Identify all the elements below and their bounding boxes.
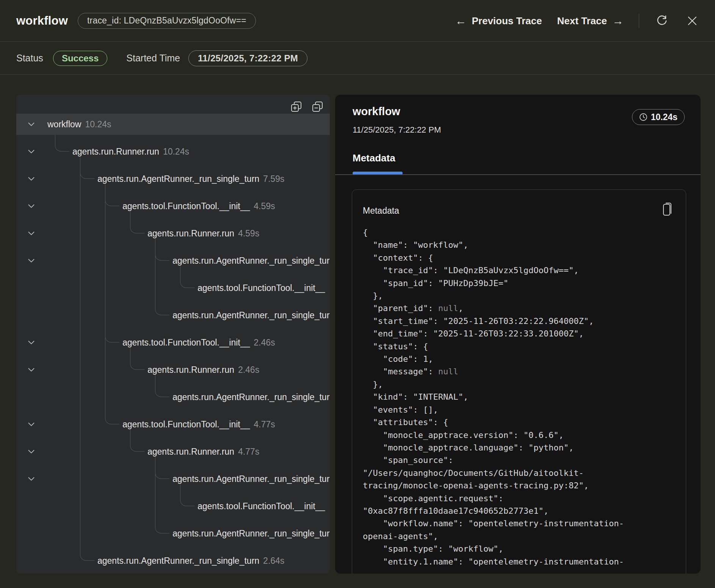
span-detail-panel: workflow 10.24s 11/25/2025, 7:22:22 PM M… xyxy=(335,95,701,574)
arrow-right-icon: → xyxy=(612,14,624,27)
refresh-icon[interactable] xyxy=(654,13,670,28)
trace-tree: workflow10.24sagents.run.Runner.run10.24… xyxy=(16,95,330,574)
span-title: workflow xyxy=(353,105,400,118)
close-icon[interactable] xyxy=(685,13,700,28)
status-label: Status xyxy=(16,53,43,64)
duration-badge: 10.24s xyxy=(632,109,685,125)
chevron-down-icon[interactable] xyxy=(28,449,36,455)
tree-row[interactable]: agents.run.Runner.run4.77s xyxy=(16,441,330,462)
span-name-label: agents.run.AgentRunner._run_single_turn xyxy=(172,256,330,266)
span-duration-label: 2.46s xyxy=(254,338,275,347)
previous-trace-button[interactable]: ← Previous Trace xyxy=(455,14,542,27)
tree-row[interactable]: agents.tool.FunctionTool.__init__2.46s xyxy=(16,332,330,353)
span-name-label: agents.tool.FunctionTool.__init__2.46s xyxy=(122,338,275,348)
tab-bar-divider xyxy=(335,174,701,175)
tree-row[interactable]: agents.run.AgentRunner._run_single_turn xyxy=(16,386,330,408)
tree-row[interactable]: agents.run.AgentRunner._run_single_turn7… xyxy=(16,168,330,189)
span-name-label: agents.run.AgentRunner._run_single_turn2… xyxy=(97,556,284,566)
metadata-card-title: Metadata xyxy=(363,206,399,216)
span-name-label: agents.run.AgentRunner._run_single_turn7… xyxy=(97,174,284,184)
copy-icon[interactable] xyxy=(660,200,675,218)
expand-all-icon[interactable] xyxy=(290,101,303,113)
collapse-all-icon[interactable] xyxy=(312,101,324,113)
page-title: workflow xyxy=(16,14,68,28)
tree-row[interactable]: agents.run.AgentRunner._run_single_turn xyxy=(16,305,330,326)
span-name-label: agents.run.AgentRunner._run_single_turn xyxy=(172,310,330,321)
chevron-down-icon[interactable] xyxy=(28,176,36,182)
chevron-down-icon[interactable] xyxy=(28,476,36,482)
tree-row[interactable]: agents.run.Runner.run2.46s xyxy=(16,359,330,380)
span-name-label: agents.run.Runner.run4.77s xyxy=(147,447,259,457)
span-duration-label: 2.46s xyxy=(238,365,259,375)
tree-row[interactable]: agents.tool.FunctionTool.__init__ xyxy=(16,496,330,517)
span-name-label: agents.tool.FunctionTool.__init__ xyxy=(198,501,325,511)
header-divider xyxy=(639,14,639,28)
span-duration-label: 10.24s xyxy=(85,119,111,129)
tree-row[interactable]: agents.tool.FunctionTool.__init__ xyxy=(16,277,330,299)
span-name-label: agents.run.AgentRunner._run_single_turn xyxy=(172,529,330,539)
metadata-card: Metadata { "name": "workflow", "context"… xyxy=(352,189,686,574)
arrow-left-icon: ← xyxy=(455,14,466,27)
tree-row[interactable]: agents.run.AgentRunner._run_single_turn2… xyxy=(16,550,330,571)
next-trace-button[interactable]: Next Trace → xyxy=(557,14,624,27)
tree-row[interactable]: agents.run.AgentRunner._run_single_turn xyxy=(16,250,330,271)
chevron-down-icon[interactable] xyxy=(28,230,36,236)
span-name-label: agents.run.Runner.run10.24s xyxy=(72,147,189,157)
span-duration-label: 2.64s xyxy=(263,556,284,566)
span-duration-label: 4.77s xyxy=(254,419,275,429)
next-trace-label: Next Trace xyxy=(557,15,607,27)
span-timestamp: 11/25/2025, 7:22:22 PM xyxy=(353,125,441,135)
chevron-down-icon[interactable] xyxy=(28,421,36,427)
status-badge: Success xyxy=(53,51,107,66)
chevron-down-icon[interactable] xyxy=(28,367,36,373)
started-time-label: Started Time xyxy=(126,53,180,64)
span-duration-label: 4.77s xyxy=(238,447,259,457)
span-name-label: agents.run.Runner.run2.46s xyxy=(147,365,259,375)
metadata-json[interactable]: { "name": "workflow", "context": { "trac… xyxy=(363,226,677,568)
tab-metadata[interactable]: Metadata xyxy=(353,152,395,164)
header: workflow trace_id: LDeQnzB5aUvzx5lgdOoOf… xyxy=(0,0,715,42)
span-name-label: agents.run.AgentRunner._run_single_turn xyxy=(172,392,330,402)
trace-id-pill: trace_id: LDeQnzB5aUvzx5lgdOoOfw== xyxy=(78,13,256,29)
started-time-pill: 11/25/2025, 7:22:22 PM xyxy=(188,50,307,66)
span-duration-label: 4.59s xyxy=(254,201,275,211)
chevron-down-icon[interactable] xyxy=(28,121,36,127)
tree-row[interactable]: agents.tool.FunctionTool.__init__4.59s xyxy=(16,195,330,217)
span-name-label: workflow10.24s xyxy=(47,119,111,130)
tree-row[interactable]: agents.run.AgentRunner._run_single_turn xyxy=(16,523,330,544)
tree-row[interactable]: agents.run.Runner.run10.24s xyxy=(16,141,330,162)
chevron-down-icon[interactable] xyxy=(28,149,36,155)
clock-icon xyxy=(639,113,648,121)
status-bar: Status Success Started Time 11/25/2025, … xyxy=(0,42,715,75)
span-name-label: agents.tool.FunctionTool.__init__4.77s xyxy=(122,419,275,430)
span-name-label: agents.tool.FunctionTool.__init__4.59s xyxy=(122,201,275,211)
chevron-down-icon[interactable] xyxy=(28,258,36,264)
span-name-label: agents.run.Runner.run4.59s xyxy=(147,228,259,239)
tree-row[interactable]: agents.run.AgentRunner._run_single_turn xyxy=(16,468,330,489)
span-duration-label: 10.24s xyxy=(163,147,189,156)
chevron-down-icon[interactable] xyxy=(28,203,36,209)
tree-toolbar xyxy=(290,101,324,113)
span-name-label: agents.tool.FunctionTool.__init__ xyxy=(198,283,325,293)
tree-row[interactable]: workflow10.24s xyxy=(16,114,330,135)
chevron-down-icon[interactable] xyxy=(28,339,36,346)
json-null-value: null xyxy=(438,303,458,313)
span-duration-label: 4.59s xyxy=(238,228,259,238)
span-duration-label: 7.59s xyxy=(263,174,284,184)
json-null-value: null xyxy=(438,367,458,376)
duration-value: 10.24s xyxy=(651,112,677,122)
tree-row[interactable]: agents.tool.FunctionTool.__init__4.77s xyxy=(16,414,330,435)
trace-viewer-page: { "header": { "title": "workflow", "trac… xyxy=(0,0,715,588)
tree-row[interactable]: agents.run.Runner.run4.59s xyxy=(16,223,330,244)
previous-trace-label: Previous Trace xyxy=(472,15,542,27)
span-name-label: agents.run.AgentRunner._run_single_turn xyxy=(172,474,330,484)
header-actions: ← Previous Trace Next Trace → xyxy=(455,0,700,42)
